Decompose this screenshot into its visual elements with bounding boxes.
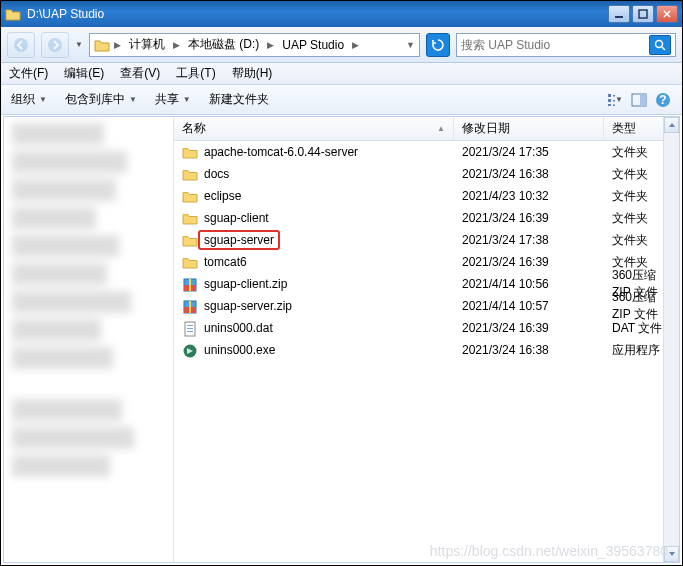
content-area: 名称▲ 修改日期 类型 apache-tomcat-6.0.44-server2… bbox=[3, 116, 680, 563]
include-button[interactable]: 包含到库中▼ bbox=[65, 91, 137, 108]
svg-rect-24 bbox=[187, 331, 193, 332]
address-bar[interactable]: ▶ 计算机 ▶ 本地磁盘 (D:) ▶ UAP Studio ▶ ▼ bbox=[89, 33, 420, 57]
exe-icon bbox=[182, 343, 198, 357]
chevron-right-icon[interactable]: ▶ bbox=[352, 40, 359, 50]
chevron-down-icon: ▼ bbox=[129, 95, 137, 104]
svg-point-4 bbox=[656, 40, 663, 47]
svg-rect-23 bbox=[187, 328, 193, 329]
breadcrumb-drive[interactable]: 本地磁盘 (D:) bbox=[184, 34, 263, 55]
menu-help[interactable]: 帮助(H) bbox=[232, 65, 273, 82]
search-button[interactable] bbox=[649, 35, 671, 55]
search-input[interactable] bbox=[461, 38, 649, 52]
navigation-bar: ▼ ▶ 计算机 ▶ 本地磁盘 (D:) ▶ UAP Studio ▶ ▼ bbox=[1, 27, 682, 63]
close-button[interactable] bbox=[656, 5, 678, 23]
file-row[interactable]: unins000.exe2021/3/24 16:38应用程序 bbox=[174, 339, 679, 361]
file-date: 2021/3/24 16:38 bbox=[454, 167, 604, 181]
file-date: 2021/4/23 10:32 bbox=[454, 189, 604, 203]
folder-icon bbox=[182, 167, 198, 181]
breadcrumb-root[interactable]: 计算机 bbox=[125, 34, 169, 55]
chevron-right-icon[interactable]: ▶ bbox=[173, 40, 180, 50]
svg-rect-17 bbox=[189, 279, 191, 291]
chevron-down-icon: ▼ bbox=[39, 95, 47, 104]
menu-file[interactable]: 文件(F) bbox=[9, 65, 48, 82]
column-name[interactable]: 名称▲ bbox=[174, 117, 454, 140]
file-row[interactable]: sguap-client2021/3/24 16:39文件夹 bbox=[174, 207, 679, 229]
chevron-down-icon: ▼ bbox=[183, 95, 191, 104]
help-button[interactable]: ? bbox=[654, 91, 672, 109]
scroll-up-button[interactable] bbox=[664, 117, 679, 133]
history-dropdown-icon[interactable]: ▼ bbox=[75, 40, 83, 49]
svg-rect-0 bbox=[615, 16, 623, 18]
watermark: https://blog.csdn.net/weixin_39563780 bbox=[430, 543, 668, 559]
folder-icon bbox=[182, 211, 198, 225]
file-list-pane: 名称▲ 修改日期 类型 apache-tomcat-6.0.44-server2… bbox=[174, 117, 679, 562]
folder-icon bbox=[5, 7, 21, 21]
file-row[interactable]: unins000.dat2021/3/24 16:39DAT 文件 bbox=[174, 317, 679, 339]
view-options-button[interactable]: ▼ bbox=[606, 91, 624, 109]
file-row[interactable]: sguap-server2021/3/24 17:38文件夹 bbox=[174, 229, 679, 251]
organize-button[interactable]: 组织▼ bbox=[11, 91, 47, 108]
svg-rect-6 bbox=[608, 99, 611, 102]
file-name: apache-tomcat-6.0.44-server bbox=[204, 145, 358, 159]
vertical-scrollbar[interactable] bbox=[663, 117, 679, 562]
file-name: unins000.exe bbox=[204, 343, 275, 357]
menu-tools[interactable]: 工具(T) bbox=[176, 65, 215, 82]
folder-icon bbox=[182, 145, 198, 159]
search-box[interactable] bbox=[456, 33, 676, 57]
folder-icon bbox=[182, 233, 198, 247]
svg-rect-10 bbox=[613, 104, 615, 106]
file-name: sguap-client.zip bbox=[204, 277, 287, 291]
file-name: sguap-server bbox=[198, 230, 280, 250]
file-date: 2021/3/24 17:38 bbox=[454, 233, 604, 247]
file-date: 2021/3/24 16:39 bbox=[454, 255, 604, 269]
file-date: 2021/4/14 10:56 bbox=[454, 277, 604, 291]
column-headers: 名称▲ 修改日期 类型 bbox=[174, 117, 679, 141]
refresh-button[interactable] bbox=[426, 33, 450, 57]
column-date[interactable]: 修改日期 bbox=[454, 117, 604, 140]
file-date: 2021/3/24 16:38 bbox=[454, 343, 604, 357]
svg-rect-1 bbox=[639, 10, 647, 18]
file-row[interactable]: apache-tomcat-6.0.44-server2021/3/24 17:… bbox=[174, 141, 679, 163]
svg-text:?: ? bbox=[659, 93, 666, 107]
chevron-right-icon[interactable]: ▶ bbox=[114, 40, 121, 50]
new-folder-button[interactable]: 新建文件夹 bbox=[209, 91, 269, 108]
file-rows: apache-tomcat-6.0.44-server2021/3/24 17:… bbox=[174, 141, 679, 562]
zip-icon bbox=[182, 299, 198, 313]
file-row[interactable]: sguap-server.zip2021/4/14 10:57360压缩 ZIP… bbox=[174, 295, 679, 317]
file-date: 2021/3/24 16:39 bbox=[454, 211, 604, 225]
back-button[interactable] bbox=[7, 32, 35, 58]
file-name: unins000.dat bbox=[204, 321, 273, 335]
svg-rect-22 bbox=[187, 325, 193, 326]
forward-button[interactable] bbox=[41, 32, 69, 58]
svg-point-2 bbox=[14, 38, 28, 52]
file-date: 2021/3/24 17:35 bbox=[454, 145, 604, 159]
command-bar: 组织▼ 包含到库中▼ 共享▼ 新建文件夹 ▼ ? bbox=[1, 85, 682, 115]
minimize-button[interactable] bbox=[608, 5, 630, 23]
svg-point-3 bbox=[48, 38, 62, 52]
maximize-button[interactable] bbox=[632, 5, 654, 23]
folder-icon bbox=[182, 255, 198, 269]
file-name: docs bbox=[204, 167, 229, 181]
file-name: tomcat6 bbox=[204, 255, 247, 269]
file-row[interactable]: eclipse2021/4/23 10:32文件夹 bbox=[174, 185, 679, 207]
navigation-pane[interactable] bbox=[4, 117, 174, 562]
folder-icon bbox=[182, 189, 198, 203]
folder-icon bbox=[94, 38, 110, 52]
share-button[interactable]: 共享▼ bbox=[155, 91, 191, 108]
file-name: sguap-server.zip bbox=[204, 299, 292, 313]
svg-rect-7 bbox=[608, 104, 611, 106]
menu-view[interactable]: 查看(V) bbox=[120, 65, 160, 82]
svg-rect-12 bbox=[640, 94, 646, 106]
file-name: sguap-client bbox=[204, 211, 269, 225]
chevron-right-icon[interactable]: ▶ bbox=[267, 40, 274, 50]
breadcrumb-folder[interactable]: UAP Studio bbox=[278, 36, 348, 54]
zip-icon bbox=[182, 277, 198, 291]
chevron-down-icon: ▼ bbox=[615, 95, 623, 104]
menu-edit[interactable]: 编辑(E) bbox=[64, 65, 104, 82]
file-date: 2021/4/14 10:57 bbox=[454, 299, 604, 313]
preview-pane-button[interactable] bbox=[630, 91, 648, 109]
file-row[interactable]: docs2021/3/24 16:38文件夹 bbox=[174, 163, 679, 185]
file-name: eclipse bbox=[204, 189, 241, 203]
svg-rect-5 bbox=[608, 94, 611, 97]
address-dropdown-icon[interactable]: ▼ bbox=[406, 40, 415, 50]
